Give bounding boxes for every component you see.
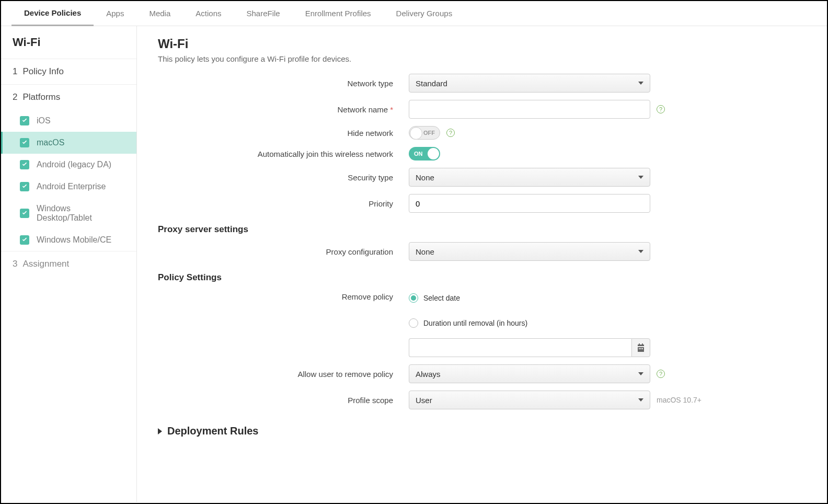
deployment-rules-heading: Deployment Rules bbox=[167, 425, 258, 437]
top-nav: Device Policies Apps Media Actions Share… bbox=[1, 1, 827, 26]
step-number: 1 bbox=[13, 66, 17, 76]
select-value: Always bbox=[416, 370, 441, 379]
help-icon[interactable]: ? bbox=[657, 370, 665, 378]
platform-macos[interactable]: macOS bbox=[1, 132, 136, 154]
profile-scope-hint: macOS 10.7+ bbox=[657, 396, 702, 404]
step-label: Assignment bbox=[22, 259, 69, 269]
step-platforms[interactable]: 2Platforms bbox=[1, 84, 136, 110]
proxy-config-select[interactable]: None bbox=[409, 242, 650, 261]
platform-android-legacy[interactable]: Android (legacy DA) bbox=[1, 154, 136, 176]
deployment-rules-toggle[interactable]: Deployment Rules bbox=[158, 425, 806, 437]
page-title: Wi-Fi bbox=[158, 37, 806, 51]
chevron-down-icon bbox=[638, 176, 643, 179]
network-name-label: Network name* bbox=[158, 105, 409, 114]
sidebar-policy-title: Wi-Fi bbox=[1, 26, 136, 59]
check-icon bbox=[20, 235, 29, 245]
tab-sharefile[interactable]: ShareFile bbox=[234, 2, 293, 25]
step-label: Policy Info bbox=[22, 66, 63, 76]
radio-label: Duration until removal (in hours) bbox=[423, 319, 527, 327]
select-value: None bbox=[416, 247, 434, 256]
tab-device-policies[interactable]: Device Policies bbox=[12, 1, 94, 26]
profile-scope-select[interactable]: User bbox=[409, 391, 650, 409]
auto-join-toggle[interactable]: ON bbox=[409, 147, 440, 161]
hide-network-label: Hide network bbox=[158, 129, 409, 138]
chevron-down-icon bbox=[638, 398, 643, 402]
chevron-down-icon bbox=[638, 372, 643, 375]
platform-label: Android (legacy DA) bbox=[37, 160, 111, 169]
step-number: 2 bbox=[13, 92, 17, 102]
platform-ios[interactable]: iOS bbox=[1, 110, 136, 132]
policy-settings-heading: Policy Settings bbox=[158, 272, 806, 283]
auto-join-label: Automatically join this wireless network bbox=[158, 150, 409, 158]
remove-policy-label: Remove policy bbox=[158, 290, 409, 301]
platform-label: iOS bbox=[37, 116, 51, 125]
check-icon bbox=[20, 209, 29, 218]
platform-label: Windows Mobile/CE bbox=[37, 235, 111, 245]
step-label: Platforms bbox=[22, 92, 60, 102]
tab-actions[interactable]: Actions bbox=[183, 2, 234, 25]
remove-policy-radio-duration[interactable] bbox=[409, 318, 418, 328]
select-value: Standard bbox=[416, 79, 447, 88]
radio-label: Select date bbox=[423, 294, 460, 302]
check-icon bbox=[20, 160, 29, 169]
platform-label: Windows Desktop/Tablet bbox=[37, 204, 125, 223]
sidebar: Wi-Fi 1Policy Info 2Platforms iOS macOS … bbox=[1, 26, 137, 502]
remove-policy-radio-date[interactable] bbox=[409, 293, 418, 303]
profile-scope-label: Profile scope bbox=[158, 396, 409, 405]
required-mark: * bbox=[390, 105, 393, 114]
step-policy-info[interactable]: 1Policy Info bbox=[1, 59, 136, 84]
hide-network-toggle[interactable]: OFF bbox=[409, 126, 440, 140]
network-name-input[interactable] bbox=[409, 100, 650, 119]
main-content: Wi-Fi This policy lets you configure a W… bbox=[137, 26, 827, 502]
chevron-down-icon bbox=[638, 250, 643, 253]
caret-right-icon bbox=[158, 428, 162, 434]
priority-label: Priority bbox=[158, 199, 409, 208]
tab-media[interactable]: Media bbox=[136, 2, 183, 25]
proxy-section-heading: Proxy server settings bbox=[158, 224, 806, 235]
step-number: 3 bbox=[13, 259, 17, 269]
platform-label: Android Enterprise bbox=[37, 182, 106, 191]
check-icon bbox=[20, 138, 29, 147]
page-description: This policy lets you configure a Wi-Fi p… bbox=[158, 54, 806, 63]
check-icon bbox=[20, 182, 29, 191]
help-icon[interactable]: ? bbox=[446, 129, 455, 137]
platform-windows-desktop[interactable]: Windows Desktop/Tablet bbox=[1, 198, 136, 229]
priority-input[interactable] bbox=[409, 194, 650, 213]
check-icon bbox=[20, 116, 29, 125]
proxy-config-label: Proxy configuration bbox=[158, 247, 409, 256]
network-type-label: Network type bbox=[158, 79, 409, 88]
chevron-down-icon bbox=[638, 82, 643, 85]
platform-android-enterprise[interactable]: Android Enterprise bbox=[1, 176, 136, 198]
allow-remove-select[interactable]: Always bbox=[409, 364, 650, 383]
platform-windows-mobile[interactable]: Windows Mobile/CE bbox=[1, 229, 136, 251]
tab-enrollment-profiles[interactable]: Enrollment Profiles bbox=[293, 2, 384, 25]
network-type-select[interactable]: Standard bbox=[409, 74, 650, 93]
calendar-icon bbox=[637, 343, 645, 352]
help-icon[interactable]: ? bbox=[657, 105, 665, 113]
select-value: None bbox=[416, 173, 434, 182]
remove-policy-date-input[interactable] bbox=[409, 338, 631, 357]
allow-remove-label: Allow user to remove policy bbox=[158, 370, 409, 379]
calendar-button[interactable] bbox=[631, 338, 650, 357]
platform-label: macOS bbox=[37, 138, 64, 147]
select-value: User bbox=[416, 396, 432, 405]
tab-delivery-groups[interactable]: Delivery Groups bbox=[384, 2, 465, 25]
security-type-select[interactable]: None bbox=[409, 168, 650, 187]
tab-apps[interactable]: Apps bbox=[94, 2, 136, 25]
security-type-label: Security type bbox=[158, 173, 409, 182]
step-assignment[interactable]: 3Assignment bbox=[1, 251, 136, 277]
